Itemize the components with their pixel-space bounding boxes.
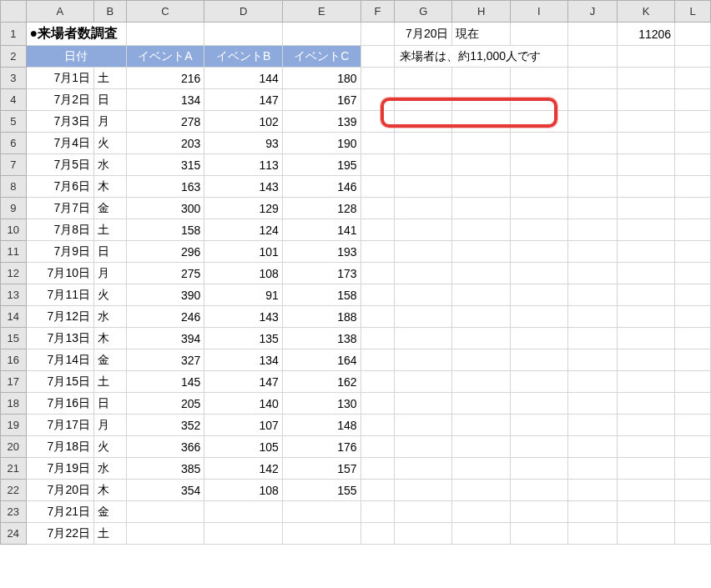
grid-table[interactable]: A B C D E F G H I J K L 1●来場者数調査7月20日現在1… [0,0,711,545]
cell-H3[interactable] [452,68,510,89]
cell-H17[interactable] [452,371,510,393]
cell-A4[interactable]: 7月2日 [26,89,93,111]
cell-L19[interactable] [675,415,711,436]
cell-J24[interactable] [567,523,617,545]
cell-F13[interactable] [361,284,395,306]
cell-J12[interactable] [567,263,617,284]
cell-A22[interactable]: 7月20日 [26,480,93,501]
cell-I11[interactable] [510,241,567,263]
cell-C6[interactable]: 203 [126,133,204,154]
col-header-J[interactable]: J [567,1,617,23]
cell-J19[interactable] [567,415,617,436]
cell-L3[interactable] [675,68,711,89]
cell-G12[interactable] [395,263,452,284]
cell-J20[interactable] [567,436,617,458]
cell-C7[interactable]: 315 [126,154,204,176]
cell-H12[interactable] [452,263,510,284]
cell-A5[interactable]: 7月3日 [26,111,93,133]
cell-D8[interactable]: 143 [204,176,283,198]
cell-H6[interactable] [452,133,510,154]
row-header-2[interactable]: 2 [1,46,27,68]
cell-J15[interactable] [567,328,617,349]
cell-B12[interactable]: 月 [93,263,126,284]
cell-G1[interactable]: 7月20日 [395,23,452,46]
row-10[interactable]: 107月8日土158124141 [1,219,711,241]
cell-C23[interactable] [126,501,204,523]
cell-L1[interactable] [675,23,711,46]
cell-E15[interactable]: 138 [282,328,361,349]
cell-A13[interactable]: 7月11日 [26,284,93,306]
grid-body[interactable]: 1●来場者数調査7月20日現在112062日付イベントAイベントBイベントC来場… [1,23,711,545]
cell-D3[interactable]: 144 [204,68,283,89]
cell-C9[interactable]: 300 [126,198,204,219]
cell-A24[interactable]: 7月22日 [26,523,93,545]
cell-F7[interactable] [361,154,395,176]
cell-A11[interactable]: 7月9日 [26,241,93,263]
cell-I22[interactable] [510,480,567,501]
cell-F15[interactable] [361,328,395,349]
cell-G15[interactable] [395,328,452,349]
cell-C21[interactable]: 385 [126,458,204,480]
col-header-D[interactable]: D [204,1,283,23]
cell-I10[interactable] [510,219,567,241]
row-header-1[interactable]: 1 [1,23,27,46]
row-header-11[interactable]: 11 [1,241,27,263]
cell-C10[interactable]: 158 [126,219,204,241]
cell-L2[interactable] [675,46,711,68]
cell-I24[interactable] [510,523,567,545]
cell-F5[interactable] [361,111,395,133]
cell-H18[interactable] [452,393,510,415]
row-3[interactable]: 37月1日土216144180 [1,68,711,89]
cell-F23[interactable] [361,501,395,523]
cell-C13[interactable]: 390 [126,284,204,306]
cell-L7[interactable] [675,154,711,176]
cell-L15[interactable] [675,328,711,349]
cell-I6[interactable] [510,133,567,154]
row-18[interactable]: 187月16日日205140130 [1,393,711,415]
cell-C3[interactable]: 216 [126,68,204,89]
cell-E12[interactable]: 173 [282,263,361,284]
cell-B5[interactable]: 月 [93,111,126,133]
cell-G23[interactable] [395,501,452,523]
cell-F8[interactable] [361,176,395,198]
cell-D17[interactable]: 147 [204,371,283,393]
cell-G11[interactable] [395,241,452,263]
cell-H8[interactable] [452,176,510,198]
cell-C11[interactable]: 296 [126,241,204,263]
row-11[interactable]: 117月9日日296101193 [1,241,711,263]
cell-H7[interactable] [452,154,510,176]
col-header-H[interactable]: H [452,1,510,23]
cell-D23[interactable] [204,501,283,523]
row-22[interactable]: 227月20日木354108155 [1,480,711,501]
cell-K22[interactable] [617,480,674,501]
cell-B21[interactable]: 水 [93,458,126,480]
cell-D13[interactable]: 91 [204,284,283,306]
cell-B19[interactable]: 月 [93,415,126,436]
cell-K13[interactable] [617,284,674,306]
cell-A16[interactable]: 7月14日 [26,349,93,371]
cell-E11[interactable]: 193 [282,241,361,263]
row-2[interactable]: 2日付イベントAイベントBイベントC来場者は、約11,000人です [1,46,711,68]
cell-I20[interactable] [510,436,567,458]
cell-K15[interactable] [617,328,674,349]
cell-I19[interactable] [510,415,567,436]
cell-D1[interactable] [204,23,283,46]
cell-L21[interactable] [675,458,711,480]
cell-C18[interactable]: 205 [126,393,204,415]
row-header-19[interactable]: 19 [1,415,27,436]
cell-G20[interactable] [395,436,452,458]
row-header-20[interactable]: 20 [1,436,27,458]
row-19[interactable]: 197月17日月352107148 [1,415,711,436]
cell-H1[interactable]: 現在 [452,23,510,46]
cell-D19[interactable]: 107 [204,415,283,436]
cell-H22[interactable] [452,480,510,501]
cell-F11[interactable] [361,241,395,263]
row-header-4[interactable]: 4 [1,89,27,111]
cell-E22[interactable]: 155 [282,480,361,501]
cell-G19[interactable] [395,415,452,436]
cell-D24[interactable] [204,523,283,545]
cell-K9[interactable] [617,198,674,219]
cell-K14[interactable] [617,306,674,328]
cell-H24[interactable] [452,523,510,545]
cell-F22[interactable] [361,480,395,501]
